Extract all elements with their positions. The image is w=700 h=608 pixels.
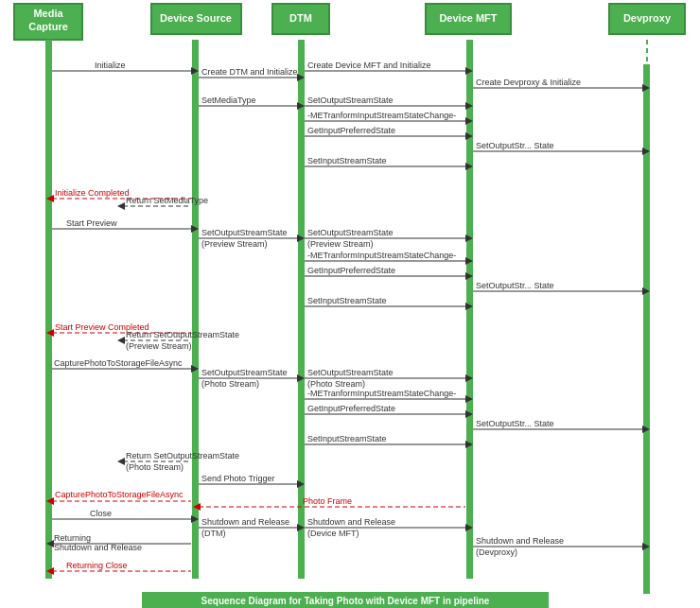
- svg-marker-131: [642, 543, 650, 550]
- svg-text:SetInputStreamState: SetInputStreamState: [307, 156, 387, 165]
- svg-text:Return SetOutputStreamState: Return SetOutputStreamState: [126, 451, 239, 460]
- svg-text:-METranformInputStreamStateCha: -METranformInputStreamStateChange-: [307, 111, 456, 120]
- svg-marker-36: [465, 117, 473, 125]
- svg-marker-95: [465, 395, 473, 403]
- svg-marker-91: [465, 374, 473, 382]
- svg-rect-9: [609, 4, 685, 34]
- svg-text:SetOutputStreamState: SetOutputStreamState: [307, 228, 394, 237]
- svg-marker-27: [642, 84, 650, 92]
- svg-text:GetInputPreferredState: GetInputPreferredState: [307, 404, 395, 413]
- svg-marker-104: [465, 441, 473, 448]
- svg-text:SetInputStreamState: SetInputStreamState: [307, 296, 387, 305]
- svg-text:(Preview Stream): (Preview Stream): [126, 341, 192, 351]
- svg-text:GetInputPreferredState: GetInputPreferredState: [307, 266, 395, 275]
- svg-rect-5: [272, 4, 329, 34]
- svg-rect-3: [151, 4, 241, 34]
- svg-text:Returning Close: Returning Close: [66, 561, 128, 570]
- svg-text:Devproxy: Devproxy: [623, 12, 672, 24]
- svg-marker-68: [465, 272, 473, 280]
- svg-text:SetOutputStr... State: SetOutputStr... State: [476, 419, 554, 428]
- svg-marker-87: [297, 374, 305, 382]
- svg-text:SetOutputStreamState: SetOutputStreamState: [201, 228, 288, 237]
- svg-marker-33: [465, 102, 473, 110]
- svg-text:DTM: DTM: [289, 12, 312, 24]
- svg-marker-61: [465, 235, 473, 242]
- svg-text:Shutdown and Release: Shutdown and Release: [307, 517, 395, 527]
- svg-rect-141: [142, 592, 549, 608]
- svg-marker-18: [191, 67, 199, 75]
- svg-marker-45: [465, 163, 473, 170]
- svg-text:-METranformInputStreamStateCha: -METranformInputStreamStateChange-: [307, 251, 456, 260]
- svg-rect-12: [192, 40, 199, 579]
- svg-text:SetOutputStreamState: SetOutputStreamState: [201, 368, 288, 377]
- svg-text:Returning: Returning: [54, 533, 91, 543]
- svg-text:Device Source: Device Source: [160, 12, 232, 24]
- svg-text:Shutdown and Release: Shutdown and Release: [476, 536, 564, 546]
- svg-text:Close: Close: [90, 509, 112, 518]
- svg-marker-74: [465, 303, 473, 310]
- diagram-container: Media Capture Device Source DTM Device M…: [0, 0, 700, 608]
- svg-marker-54: [191, 225, 199, 233]
- svg-marker-39: [465, 132, 473, 140]
- svg-marker-111: [297, 480, 305, 488]
- svg-marker-123: [297, 524, 305, 531]
- svg-marker-51: [117, 202, 125, 210]
- svg-text:(Photo Stream): (Photo Stream): [201, 379, 259, 389]
- svg-marker-107: [117, 458, 125, 465]
- svg-rect-14: [466, 40, 473, 579]
- svg-text:Start Preview: Start Preview: [66, 218, 117, 228]
- svg-text:Create DTM and Initialize: Create DTM and Initialize: [201, 67, 298, 77]
- svg-text:(Devproxy): (Devproxy): [476, 547, 517, 557]
- svg-text:(Photo Stream): (Photo Stream): [307, 379, 365, 389]
- svg-text:(Preview Stream): (Preview Stream): [307, 239, 374, 249]
- svg-marker-120: [191, 515, 199, 523]
- svg-marker-114: [46, 497, 54, 505]
- svg-text:Send Photo Trigger: Send Photo Trigger: [201, 474, 275, 483]
- svg-rect-11: [45, 40, 52, 579]
- svg-marker-57: [297, 235, 305, 242]
- svg-rect-16: [643, 64, 650, 594]
- svg-text:(Preview Stream): (Preview Stream): [201, 239, 268, 249]
- svg-text:CapturePhotoToStorageFileAsync: CapturePhotoToStorageFileAsync: [54, 358, 183, 368]
- svg-text:CapturePhotoToStorageFileAsync: CapturePhotoToStorageFileAsync: [55, 490, 184, 499]
- svg-marker-77: [46, 329, 54, 337]
- svg-text:Photo Frame: Photo Frame: [303, 496, 352, 506]
- svg-marker-139: [46, 567, 54, 575]
- svg-text:Initialize: Initialize: [95, 61, 126, 70]
- svg-marker-98: [465, 410, 473, 418]
- svg-marker-21: [297, 74, 305, 81]
- svg-text:Shutdown and Release: Shutdown and Release: [201, 517, 289, 527]
- svg-marker-65: [465, 257, 473, 265]
- svg-text:SetOutputStr...  State: SetOutputStr... State: [476, 141, 554, 150]
- svg-text:Media: Media: [33, 8, 63, 19]
- svg-text:(Photo Stream): (Photo Stream): [126, 462, 184, 472]
- svg-text:Create Devproxy & Initialize: Create Devproxy & Initialize: [476, 78, 581, 87]
- svg-marker-84: [191, 365, 199, 373]
- svg-marker-135: [46, 540, 54, 547]
- svg-rect-0: [14, 4, 82, 40]
- svg-text:SetMediaType: SetMediaType: [201, 96, 256, 105]
- svg-rect-13: [298, 40, 305, 579]
- svg-marker-117: [193, 503, 201, 511]
- svg-text:SetOutputStreamState: SetOutputStreamState: [307, 96, 394, 105]
- svg-text:Initialize Completed: Initialize Completed: [55, 188, 130, 198]
- svg-marker-101: [642, 426, 650, 433]
- svg-marker-24: [465, 67, 473, 75]
- svg-text:(Device MFT): (Device MFT): [307, 529, 359, 538]
- svg-marker-30: [297, 102, 305, 110]
- svg-marker-71: [642, 287, 650, 295]
- svg-text:Return SetOutputStreamState: Return SetOutputStreamState: [126, 330, 239, 339]
- svg-text:Capture: Capture: [28, 21, 68, 32]
- svg-text:-METranformInputStreamStateCha: -METranformInputStreamStateChange-: [307, 389, 456, 398]
- diagram-svg: Media Capture Device Source DTM Device M…: [0, 0, 700, 608]
- svg-text:SetOutputStr... State: SetOutputStr... State: [476, 281, 554, 290]
- svg-text:Create Device MFT and Initiali: Create Device MFT and Initialize: [307, 61, 430, 70]
- svg-text:GetInputPreferredState: GetInputPreferredState: [307, 126, 395, 135]
- svg-marker-48: [46, 195, 54, 202]
- svg-text:SetInputStreamState: SetInputStreamState: [307, 434, 387, 443]
- svg-text:Shutdown and Release: Shutdown and Release: [54, 543, 142, 552]
- svg-text:Return SetMediaType: Return SetMediaType: [126, 196, 208, 205]
- svg-marker-42: [642, 148, 650, 155]
- svg-rect-7: [426, 4, 511, 34]
- svg-text:Device MFT: Device MFT: [439, 12, 497, 24]
